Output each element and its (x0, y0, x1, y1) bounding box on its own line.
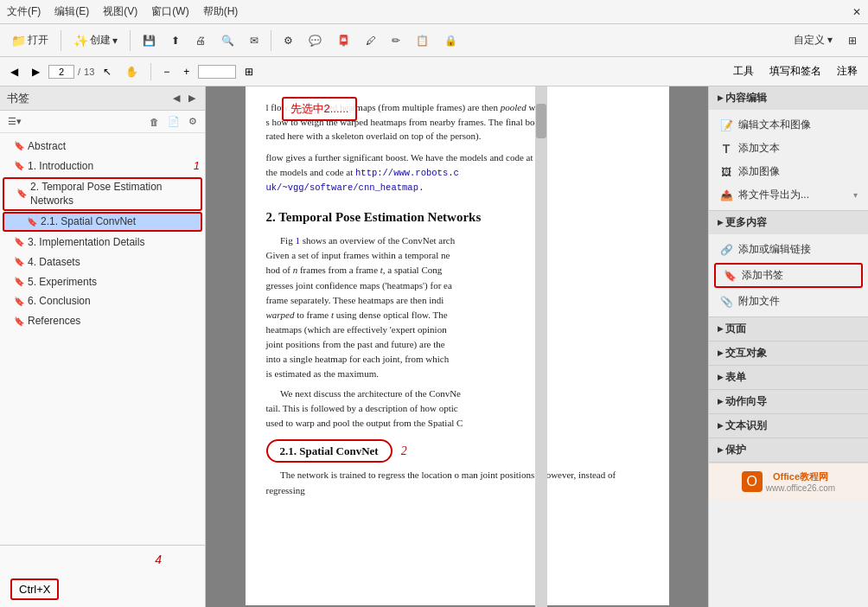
print-button[interactable]: 🖨 (189, 32, 212, 49)
add-link-item[interactable]: 🔗 添加或编辑链接 (709, 238, 868, 261)
right-panel: ▸ 内容编辑 📝 编辑文本和图像 T 添加文本 🖼 添加图像 📤 将文件导出为. (708, 86, 868, 607)
sign-button[interactable]: 📋 (410, 32, 435, 49)
bookmark-icon5: 🔖 (14, 236, 24, 248)
bookmark-icon9: 🔖 (14, 316, 24, 328)
separator3 (271, 30, 271, 51)
zoom-input[interactable]: 125% (198, 65, 236, 79)
print-icon: 🖨 (195, 35, 206, 47)
menu-edit[interactable]: 编辑(E) (54, 4, 89, 19)
fit-page-button[interactable]: ⊞ (239, 64, 258, 80)
more-content-header[interactable]: ▸ 更多内容 (709, 211, 868, 234)
bookmark-menu-button[interactable]: ☰▾ (5, 115, 24, 128)
save-icon: 💾 (143, 35, 156, 47)
content-editor-content: 📝 编辑文本和图像 T 添加文本 🖼 添加图像 📤 将文件导出为... ▾ (709, 110, 868, 210)
stamp-button[interactable]: 📮 (331, 32, 356, 49)
pdf-link2[interactable]: uk/~vgg/software/cnn_heatmap (266, 182, 418, 193)
hand-button[interactable]: ✋ (120, 64, 144, 80)
section-forms: ▸ 表单 (709, 366, 868, 390)
action-wizard-header[interactable]: ▸ 动作向导 (709, 390, 868, 413)
comment-button[interactable]: 💬 (303, 32, 328, 49)
page-header[interactable]: ▸ 页面 (709, 317, 868, 341)
watermark-line1: Office教程网 (766, 470, 835, 483)
page-label: ▸ 页面 (718, 322, 746, 336)
bookmark-delete-button[interactable]: 🗑 (147, 116, 162, 128)
nav-bar: ◀ ▶ / 13 ↖ ✋ − + 125% ⊞ 工具 填写和签名 注释 (0, 57, 868, 86)
ocr-header[interactable]: ▸ 文本识别 (709, 414, 868, 438)
watermark-line2: www.office26.com (766, 483, 835, 493)
sidebar-expand-button[interactable]: ▶ (186, 92, 198, 105)
close-icon[interactable]: ✕ (852, 6, 861, 18)
expand-button[interactable]: ⊞ (842, 30, 863, 50)
edit2-button[interactable]: ✏ (386, 32, 406, 49)
main-toolbar: 📁 打开 ✨ 创建 ▾ 💾 ⬆ 🖨 🔍 ✉ ⚙ 💬 📮 🖊 ✏ 📋 🔒 自定义 … (0, 24, 868, 57)
export-file-item[interactable]: 📤 将文件导出为... ▾ (709, 183, 868, 207)
page-number-input[interactable] (48, 65, 74, 79)
export-icon: 📤 (719, 188, 733, 202)
bookmark-new-button[interactable]: 📄 (165, 115, 182, 128)
sidebar-collapse-button[interactable]: ◀ (170, 92, 182, 105)
review-button[interactable]: 🔍 (215, 32, 240, 49)
bookmark-settings-button[interactable]: ⚙ (186, 115, 200, 128)
ctrl-x-box: Ctrl+X (10, 578, 59, 600)
protect-button[interactable]: 🔒 (438, 32, 463, 49)
action-wizard-label: ▸ 动作向导 (718, 394, 767, 409)
bookmark-experiments[interactable]: 🔖 5. Experiments (0, 272, 205, 292)
menu-view[interactable]: 视图(V) (103, 4, 137, 19)
dropdown-icon: ▾ (112, 35, 118, 47)
bookmark-impl[interactable]: 🔖 3. Implementation Details (0, 233, 205, 252)
highlight-button[interactable]: 🖊 (360, 32, 382, 49)
open-button[interactable]: 📁 打开 (5, 30, 54, 50)
more-content-content: 🔗 添加或编辑链接 🔖 添加书签 3 📎 附加文件 (709, 234, 868, 316)
bookmark-spatial[interactable]: 🔖 2.1. Spatial ConvNet (3, 212, 202, 232)
email-button[interactable]: ✉ (244, 32, 265, 49)
menu-window[interactable]: 窗口(W) (151, 4, 188, 19)
create-button[interactable]: ✨ 创建 ▾ (67, 30, 124, 50)
pdf-scrollbar[interactable] (535, 86, 547, 607)
bookmark-intro[interactable]: 🔖 1. Introduction 1 (0, 157, 205, 176)
add-image-icon: 🖼 (719, 165, 733, 179)
bookmark-abstract[interactable]: 🔖 Abstract (0, 137, 205, 157)
zoom-in-button[interactable]: + (178, 64, 195, 80)
add-bookmark-item[interactable]: 🔖 添加书签 3 (714, 263, 863, 288)
section-interactive: ▸ 交互对象 (709, 342, 868, 366)
add-link-label: 添加或编辑链接 (738, 242, 811, 257)
bookmark-conclusion[interactable]: 🔖 6. Conclusion (0, 291, 205, 311)
comment-nav-button[interactable]: 注释 (832, 62, 863, 80)
tools-button[interactable]: 工具 (728, 62, 759, 80)
bookmark-icon7: 🔖 (14, 276, 24, 288)
save-button[interactable]: 💾 (137, 32, 162, 49)
bookmark-icon4: 🔖 (27, 216, 37, 228)
customize-button[interactable]: 自定义 ▾ (788, 30, 839, 50)
settings-button[interactable]: ⚙ (278, 32, 299, 49)
cursor-button[interactable]: ↖ (98, 64, 117, 80)
bookmark-tpen[interactable]: 🔖 2. Temporal Pose Estimation Networks (3, 177, 202, 212)
add-text-icon: T (719, 142, 733, 156)
office-logo-icon: O (742, 471, 763, 492)
pdf-area[interactable]: l flow. The warped heatmaps (from multip… (206, 86, 708, 607)
forms-header[interactable]: ▸ 表单 (709, 366, 868, 389)
fig-ref[interactable]: 1 (295, 235, 300, 246)
fill-sign-button[interactable]: 填写和签名 (764, 62, 827, 80)
sidebar-header: 书签 ◀ ▶ (0, 86, 205, 111)
zoom-out-button[interactable]: − (158, 64, 175, 80)
section-page: ▸ 页面 (709, 317, 868, 342)
menu-file[interactable]: 文件(F) (7, 4, 41, 19)
upload-button[interactable]: ⬆ (165, 32, 186, 49)
sidebar-toolbar: ☰▾ 🗑 📄 ⚙ (0, 111, 205, 133)
menu-help[interactable]: 帮助(H) (203, 4, 239, 19)
prev-page-button[interactable]: ◀ (5, 64, 23, 80)
bookmark-datasets[interactable]: 🔖 4. Datasets (0, 252, 205, 272)
bookmark-references[interactable]: 🔖 References (0, 311, 205, 331)
attach-file-item[interactable]: 📎 附加文件 (709, 290, 868, 313)
protect-header[interactable]: ▸ 保护 (709, 438, 868, 462)
sign-icon: 📋 (416, 35, 429, 47)
scrollbar-thumb[interactable] (536, 104, 546, 138)
add-image-item[interactable]: 🖼 添加图像 (709, 160, 868, 183)
edit-text-image-item[interactable]: 📝 编辑文本和图像 (709, 113, 868, 137)
interactive-header[interactable]: ▸ 交互对象 (709, 342, 868, 365)
next-page-button[interactable]: ▶ (27, 64, 45, 80)
pdf-link1[interactable]: http://www.robots.c (355, 168, 459, 178)
content-editor-header[interactable]: ▸ 内容编辑 (709, 86, 868, 110)
title-bar: 文件(F) 编辑(E) 视图(V) 窗口(W) 帮助(H) ✕ (0, 0, 868, 24)
add-text-item[interactable]: T 添加文本 (709, 137, 868, 160)
